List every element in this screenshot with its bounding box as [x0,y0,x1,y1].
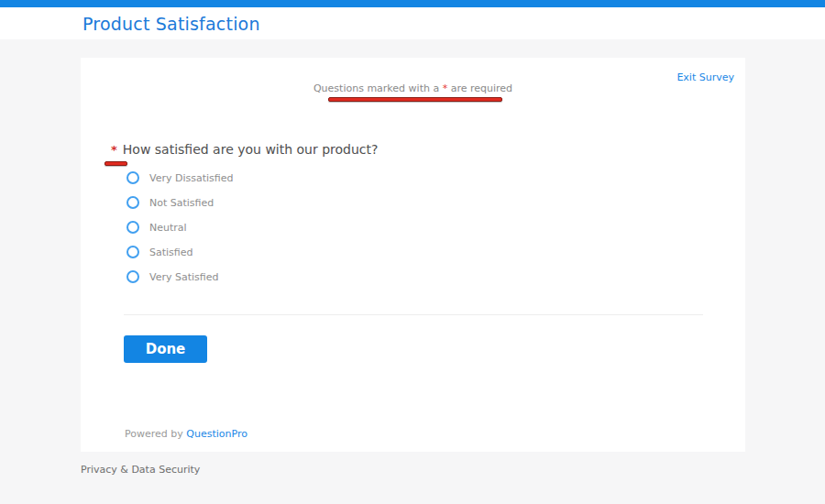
option-label: Not Satisfied [149,197,214,209]
required-note-prefix: Questions marked with a [314,82,443,94]
option-satisfied[interactable]: Satisfied [126,246,233,258]
top-accent-bar [0,0,825,7]
option-label: Satisfied [149,247,193,258]
questionpro-link[interactable]: QuestionPro [186,428,248,440]
red-underline-annotation-asterisk [104,161,127,166]
required-note: Questions marked with a * are required [81,82,745,94]
page-header: Product Satisfaction [0,7,825,39]
survey-card: Exit Survey Questions marked with a * ar… [81,58,745,452]
options-group: Very Dissatisfied Not Satisfied Neutral … [126,171,233,295]
question-required-asterisk: * [111,143,117,157]
section-divider [124,314,703,315]
radio-icon[interactable] [126,196,139,209]
radio-icon[interactable] [126,246,139,258]
page-title: Product Satisfaction [82,14,260,34]
question-text: How satisfied are you with our product? [123,142,379,157]
radio-icon[interactable] [126,270,139,283]
powered-by: Powered by QuestionPro [125,428,248,440]
radio-icon[interactable] [126,221,139,234]
option-very-satisfied[interactable]: Very Satisfied [126,270,233,283]
question-row: * How satisfied are you with our product… [111,142,378,157]
required-note-suffix: are required [447,82,512,94]
option-label: Very Dissatisfied [149,172,233,184]
option-neutral[interactable]: Neutral [126,221,233,234]
powered-by-prefix: Powered by [125,428,186,440]
radio-icon[interactable] [126,171,139,184]
option-label: Very Satisfied [149,271,218,283]
done-button[interactable]: Done [124,335,207,363]
option-very-dissatisfied[interactable]: Very Dissatisfied [126,171,233,184]
option-not-satisfied[interactable]: Not Satisfied [126,196,233,209]
red-underline-annotation-note [328,97,502,102]
privacy-data-security-link[interactable]: Privacy & Data Security [81,464,200,476]
option-label: Neutral [149,222,187,234]
